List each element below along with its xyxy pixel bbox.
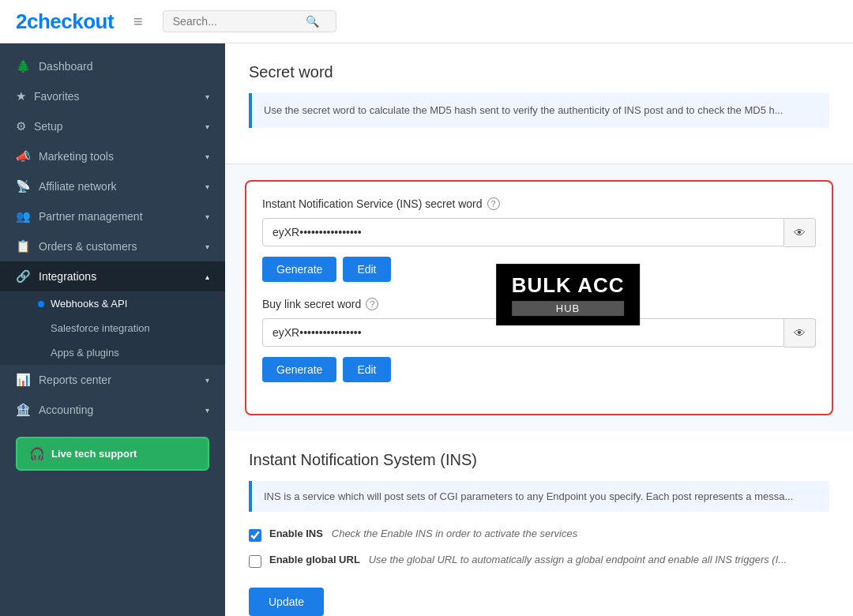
sidebar-item-label: Favorites [34, 90, 80, 103]
ins-input-row: 👁 [262, 218, 816, 247]
sidebar-item-setup[interactable]: ⚙ Setup ▾ [0, 111, 225, 141]
accounting-icon: 🏦 [16, 403, 31, 417]
ins-section: Instant Notification System (INS) INS is… [225, 431, 853, 617]
chevron-down-icon: ▾ [205, 242, 209, 251]
favorites-icon: ★ [16, 89, 26, 103]
sidebar-item-marketing[interactable]: 📣 Marketing tools ▾ [0, 141, 225, 171]
ins-secret-input[interactable] [262, 218, 784, 246]
buy-link-help-icon[interactable]: ? [366, 298, 378, 310]
search-input[interactable] [173, 15, 299, 28]
enable-global-url-row: Enable global URL Use the global URL to … [249, 554, 829, 568]
update-button[interactable]: Update [249, 588, 324, 616]
sidebar-sub-item-label: Salesforce integration [51, 322, 150, 334]
secret-section-box: Instant Notification Service (INS) secre… [245, 180, 833, 415]
search-icon: 🔍 [306, 15, 319, 28]
setup-icon: ⚙ [16, 119, 26, 133]
secret-word-info: Use the secret word to calculate the MD5… [249, 93, 829, 128]
sidebar-item-label: Accounting [39, 404, 93, 416]
buy-link-field-label: Buy link secret word ? [262, 298, 816, 310]
headset-icon: 🎧 [29, 446, 45, 461]
sidebar-item-label: Affiliate network [39, 180, 117, 193]
ins-field-label: Instant Notification Service (INS) secre… [262, 197, 816, 210]
buy-link-edit-button[interactable]: Edit [343, 357, 390, 382]
sidebar-item-label: Reports center [39, 374, 111, 386]
buy-link-generate-button[interactable]: Generate [262, 357, 336, 382]
ins-help-icon[interactable]: ? [487, 197, 500, 210]
search-bar: 🔍 [163, 10, 336, 32]
live-support-button[interactable]: 🎧 Live tech support [16, 437, 209, 471]
enable-ins-checkbox[interactable] [249, 529, 261, 542]
sidebar-item-accounting[interactable]: 🏦 Accounting ▾ [0, 395, 225, 425]
sidebar-submenu-integrations: Webhooks & API Salesforce integration Ap… [0, 291, 225, 365]
sidebar-sub-item-label: Apps & plugins [51, 347, 119, 359]
sidebar-sub-item-label: Webhooks & API [51, 298, 127, 310]
sidebar-item-partner[interactable]: 👥 Partner management ▾ [0, 201, 225, 231]
chevron-down-icon: ▾ [205, 182, 209, 191]
affiliate-icon: 📡 [16, 179, 31, 193]
buy-link-secret-field-group: Buy link secret word ? 👁 Generate Edit [262, 298, 816, 382]
ins-eye-toggle[interactable]: 👁 [784, 218, 816, 247]
marketing-icon: 📣 [16, 149, 31, 163]
sidebar-item-affiliate[interactable]: 📡 Affiliate network ▾ [0, 171, 225, 201]
integrations-icon: 🔗 [16, 269, 31, 284]
sidebar-item-dashboard[interactable]: 🌲 Dashboard [0, 51, 225, 81]
sidebar-item-apps[interactable]: Apps & plugins [0, 340, 225, 365]
buy-link-eye-toggle[interactable]: 👁 [784, 318, 816, 347]
live-support-label: Live tech support [51, 448, 137, 460]
chevron-down-icon: ▾ [205, 92, 209, 101]
buy-link-secret-input[interactable] [262, 318, 784, 347]
chevron-down-icon: ▾ [205, 212, 209, 221]
ins-edit-button[interactable]: Edit [343, 257, 390, 282]
content-area: Secret word Use the secret word to calcu… [225, 43, 853, 616]
sidebar-item-label: Orders & customers [39, 240, 137, 253]
chevron-down-icon: ▾ [205, 152, 209, 161]
partner-icon: 👥 [16, 209, 31, 223]
buy-link-input-row: 👁 [262, 318, 816, 347]
enable-global-label: Enable global URL Use the global URL to … [269, 554, 787, 565]
ins-info-box: INS is a service which will post sets of… [249, 481, 829, 512]
sidebar-item-webhooks[interactable]: Webhooks & API [0, 291, 225, 316]
main-layout: 🌲 Dashboard ★ Favorites ▾ ⚙ Setup ▾ 📣 Ma… [0, 43, 853, 616]
ins-secret-field-group: Instant Notification Service (INS) secre… [262, 197, 816, 282]
chevron-down-icon: ▾ [205, 406, 209, 415]
secret-word-header: Secret word Use the secret word to calcu… [225, 43, 853, 164]
buy-link-btn-row: Generate Edit [262, 357, 816, 382]
sidebar-item-favorites[interactable]: ★ Favorites ▾ [0, 81, 225, 111]
sidebar-item-label: Integrations [39, 270, 96, 283]
enable-ins-row: Enable INS Check the Enable INS in order… [249, 528, 829, 542]
ins-section-title: Instant Notification System (INS) [249, 451, 829, 469]
sidebar-item-label: Setup [34, 120, 63, 133]
sidebar-item-label: Dashboard [39, 60, 93, 73]
sidebar: 🌲 Dashboard ★ Favorites ▾ ⚙ Setup ▾ 📣 Ma… [0, 43, 225, 616]
ins-btn-row: Generate Edit [262, 257, 816, 282]
orders-icon: 📋 [16, 239, 31, 254]
enable-ins-label: Enable INS Check the Enable INS in order… [269, 528, 577, 539]
sidebar-item-reports[interactable]: 📊 Reports center ▾ [0, 365, 225, 395]
active-dot [38, 301, 44, 307]
chevron-down-icon: ▾ [205, 376, 209, 385]
chevron-down-icon: ▾ [205, 122, 209, 131]
sidebar-item-label: Partner management [39, 210, 143, 223]
logo: 2checkout [16, 9, 114, 34]
sidebar-item-salesforce[interactable]: Salesforce integration [0, 316, 225, 340]
sidebar-item-label: Marketing tools [39, 150, 114, 163]
reports-icon: 📊 [16, 373, 31, 387]
ins-generate-button[interactable]: Generate [262, 257, 336, 282]
secret-word-title: Secret word [249, 63, 829, 81]
chevron-up-icon: ▴ [205, 272, 209, 281]
secret-word-form: BULK ACC HUB Instant Notification Servic… [237, 180, 841, 415]
hamburger-button[interactable]: ≡ [130, 9, 147, 35]
sidebar-item-orders[interactable]: 📋 Orders & customers ▾ [0, 231, 225, 261]
enable-global-url-checkbox[interactable] [249, 555, 261, 568]
topbar: 2checkout ≡ 🔍 [0, 0, 853, 43]
dashboard-icon: 🌲 [16, 59, 31, 73]
sidebar-item-integrations[interactable]: 🔗 Integrations ▴ [0, 261, 225, 291]
